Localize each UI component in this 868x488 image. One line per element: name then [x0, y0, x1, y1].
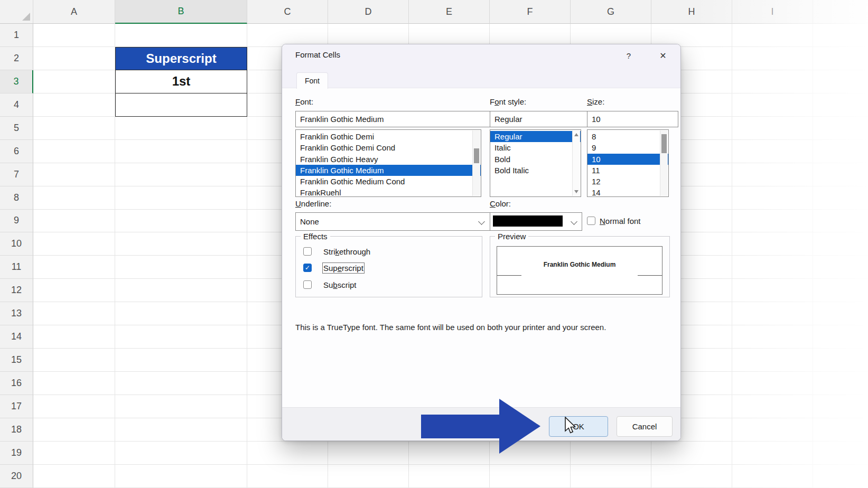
scrollbar-thumb[interactable]: [474, 148, 479, 163]
row-header-20[interactable]: 20: [0, 465, 33, 488]
cell-end13[interactable]: [813, 302, 868, 325]
cell-end18[interactable]: [813, 418, 868, 442]
cell-I11[interactable]: [732, 256, 813, 279]
font-style-option[interactable]: Bold: [490, 154, 581, 165]
scroll-down-icon[interactable]: [574, 190, 578, 193]
cell-F20[interactable]: [490, 465, 571, 488]
row-header-3[interactable]: 3: [0, 70, 33, 93]
cell-A7[interactable]: [33, 163, 115, 186]
font-option[interactable]: Franklin Gothic Demi Cond: [296, 142, 481, 153]
cell-end7[interactable]: [813, 163, 868, 186]
font-style-input[interactable]: Regular: [490, 111, 591, 127]
row-header-6[interactable]: 6: [0, 140, 33, 163]
cell-H19[interactable]: [651, 442, 732, 465]
cell-B15[interactable]: [115, 349, 247, 372]
superscript-label[interactable]: Superscript: [323, 264, 363, 273]
cell-B11[interactable]: [115, 256, 247, 279]
cell-D19[interactable]: [328, 442, 409, 465]
cell-I17[interactable]: [732, 395, 813, 418]
scroll-up-icon[interactable]: [574, 133, 578, 136]
column-header-F[interactable]: F: [490, 0, 571, 24]
cell-B9[interactable]: [115, 210, 247, 233]
cell-B17[interactable]: [115, 395, 247, 418]
cell-end4[interactable]: [813, 93, 868, 117]
size-option[interactable]: 8: [587, 131, 668, 142]
color-dropdown[interactable]: [490, 212, 582, 231]
cell-C19[interactable]: [247, 442, 328, 465]
cell-B12[interactable]: [115, 279, 247, 302]
normal-font-checkbox[interactable]: [587, 217, 595, 225]
cell-I3[interactable]: [732, 70, 813, 93]
column-header-D[interactable]: D: [328, 0, 409, 24]
cell-end12[interactable]: [813, 279, 868, 302]
strikethrough-checkbox[interactable]: [303, 247, 312, 256]
normal-font-label[interactable]: Normal font: [600, 217, 641, 226]
cell-C20[interactable]: [247, 465, 328, 488]
cell-G20[interactable]: [571, 465, 651, 488]
cell-A11[interactable]: [33, 256, 115, 279]
cell-A16[interactable]: [33, 372, 115, 395]
cell-A2[interactable]: [33, 47, 115, 70]
cell-I5[interactable]: [732, 117, 813, 140]
cell-H20[interactable]: [651, 465, 732, 488]
row-header-12[interactable]: 12: [0, 279, 33, 302]
cell-end6[interactable]: [813, 140, 868, 163]
cell-I19[interactable]: [732, 442, 813, 465]
cell-end10[interactable]: [813, 232, 868, 256]
cell-I20[interactable]: [732, 465, 813, 488]
cell-end2[interactable]: [813, 47, 868, 70]
cell-A20[interactable]: [33, 465, 115, 488]
column-header-I[interactable]: I: [732, 0, 813, 24]
column-header-A[interactable]: A: [33, 0, 115, 24]
cell-A17[interactable]: [33, 395, 115, 418]
cell-I6[interactable]: [732, 140, 813, 163]
cell-B6[interactable]: [115, 140, 247, 163]
select-all-corner[interactable]: [0, 0, 33, 24]
row-header-10[interactable]: 10: [0, 232, 33, 256]
cell-B16[interactable]: [115, 372, 247, 395]
cell-B5[interactable]: [115, 117, 247, 140]
row-header-4[interactable]: 4: [0, 93, 33, 117]
cell-end19[interactable]: [813, 442, 868, 465]
help-icon[interactable]: ?: [623, 50, 634, 61]
cell-A14[interactable]: [33, 325, 115, 349]
cell-B8[interactable]: [115, 186, 247, 210]
font-option[interactable]: Franklin Gothic Medium Cond: [296, 176, 481, 187]
row-header-8[interactable]: 8: [0, 186, 33, 210]
row-header-9[interactable]: 9: [0, 210, 33, 233]
cell-I7[interactable]: [732, 163, 813, 186]
cell-I15[interactable]: [732, 349, 813, 372]
font-option[interactable]: FrankRuehl: [296, 187, 481, 197]
superscript-checkbox[interactable]: ✓: [303, 264, 312, 272]
cell-B10[interactable]: [115, 232, 247, 256]
cell-B2[interactable]: Superscript: [115, 47, 247, 70]
row-header-17[interactable]: 17: [0, 395, 33, 418]
row-header-14[interactable]: 14: [0, 325, 33, 349]
ok-button[interactable]: OK: [549, 416, 608, 437]
cell-A9[interactable]: [33, 210, 115, 233]
cell-I18[interactable]: [732, 418, 813, 442]
cell-end14[interactable]: [813, 325, 868, 349]
cell-end9[interactable]: [813, 210, 868, 233]
row-header-13[interactable]: 13: [0, 302, 33, 325]
cell-A10[interactable]: [33, 232, 115, 256]
cell-B7[interactable]: [115, 163, 247, 186]
cell-end1[interactable]: [813, 24, 868, 47]
cell-end17[interactable]: [813, 395, 868, 418]
cell-A12[interactable]: [33, 279, 115, 302]
cell-A1[interactable]: [33, 24, 115, 47]
strikethrough-label[interactable]: Strikethrough: [323, 247, 370, 256]
cell-I1[interactable]: [732, 24, 813, 47]
font-list-scrollbar[interactable]: [472, 130, 480, 196]
cell-A6[interactable]: [33, 140, 115, 163]
cell-end16[interactable]: [813, 372, 868, 395]
size-option[interactable]: 11: [587, 165, 668, 176]
cell-B20[interactable]: [115, 465, 247, 488]
cell-I16[interactable]: [732, 372, 813, 395]
font-style-option[interactable]: Italic: [490, 142, 581, 153]
size-list-scrollbar[interactable]: [660, 130, 668, 196]
cell-A19[interactable]: [33, 442, 115, 465]
font-option-selected[interactable]: Franklin Gothic Medium: [296, 165, 481, 176]
font-option[interactable]: Franklin Gothic Heavy: [296, 154, 481, 165]
cell-D20[interactable]: [328, 465, 409, 488]
